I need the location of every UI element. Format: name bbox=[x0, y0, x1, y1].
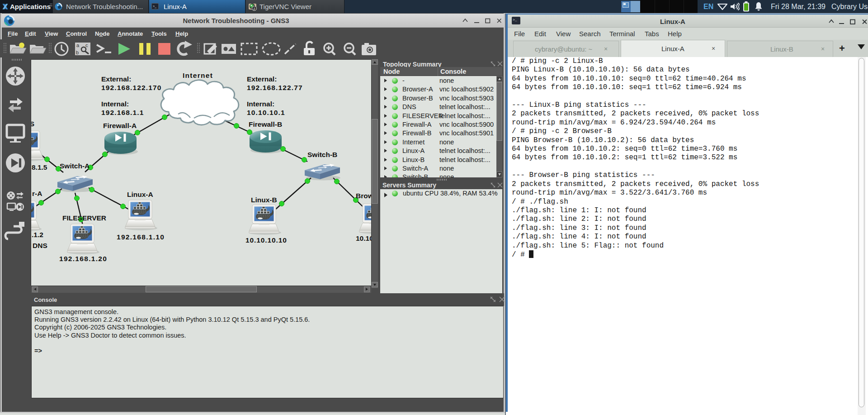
svg-text:Linux-B: Linux-B bbox=[251, 196, 277, 204]
svg-text:192.168.122.77: 192.168.122.77 bbox=[247, 84, 303, 91]
svg-text:10.10.10.1: 10.10.10.1 bbox=[247, 109, 285, 116]
svg-text:FILESERVER: FILESERVER bbox=[62, 214, 106, 222]
svg-text:c: c bbox=[85, 43, 88, 48]
svg-text:DNS: DNS bbox=[31, 120, 34, 128]
svg-text:Switch-A: Switch-A bbox=[60, 162, 90, 170]
svg-text:2: 2 bbox=[253, 7, 255, 11]
svg-text:Firewall-B: Firewall-B bbox=[249, 120, 282, 128]
svg-text:Linux-A: Linux-A bbox=[127, 191, 153, 198]
svg-text:192.168.1.1: 192.168.1.1 bbox=[101, 109, 144, 116]
svg-text:Firewall-A: Firewall-A bbox=[103, 122, 137, 129]
svg-text:External:: External: bbox=[247, 75, 277, 83]
svg-text:8.1.5: 8.1.5 bbox=[32, 163, 47, 171]
svg-text:192.168.1.10: 192.168.1.10 bbox=[117, 233, 165, 241]
svg-text:Switch-B: Switch-B bbox=[307, 151, 337, 158]
svg-text:b: b bbox=[76, 50, 79, 55]
svg-text:DNS: DNS bbox=[33, 242, 47, 249]
svg-text:192.168.1.20: 192.168.1.20 bbox=[59, 255, 107, 262]
svg-text:192.168.122.170: 192.168.122.170 bbox=[101, 84, 162, 91]
svg-text:Internal:: Internal: bbox=[101, 100, 129, 108]
svg-text:External:: External: bbox=[101, 75, 131, 83]
svg-text:Internet: Internet bbox=[183, 72, 213, 79]
svg-text:10.10.10.10: 10.10.10.10 bbox=[245, 236, 287, 244]
svg-text:Internal:: Internal: bbox=[247, 100, 274, 108]
svg-text:10.10.10.2: 10.10.10.2 bbox=[356, 234, 371, 242]
svg-text:r-A: r-A bbox=[32, 190, 42, 197]
svg-text:a: a bbox=[76, 43, 80, 48]
svg-text:.1.2: .1.2 bbox=[32, 231, 43, 239]
svg-text:Browser-B: Browser-B bbox=[356, 192, 371, 200]
